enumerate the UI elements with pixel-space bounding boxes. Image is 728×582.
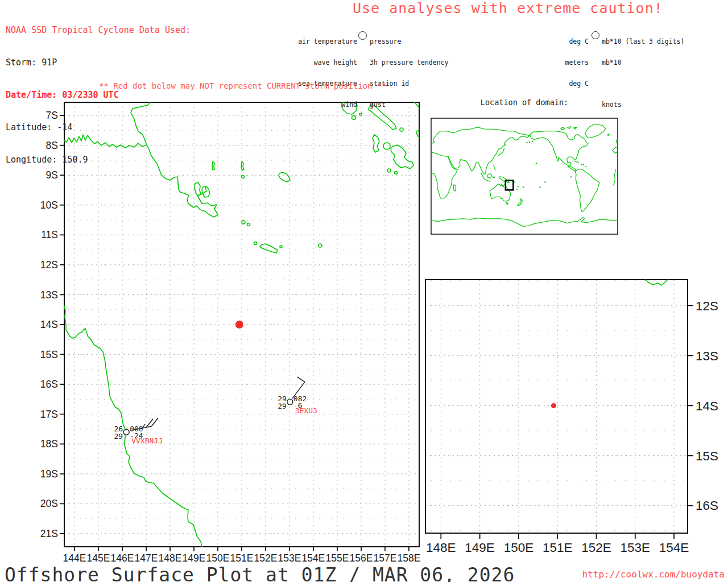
grid-dot (313, 518, 313, 519)
grid-dot (625, 530, 626, 531)
x-tick-label: 148E (426, 541, 456, 555)
grid-dot (110, 429, 110, 429)
grid-dot (349, 205, 349, 205)
grid-dot (104, 384, 105, 384)
grid-dot (355, 294, 355, 295)
grid-dot (277, 369, 278, 369)
grid-dot (146, 369, 146, 369)
grid-dot (391, 309, 391, 310)
grid-dot (384, 219, 385, 220)
grid-dot (470, 480, 470, 481)
grid-dot (152, 459, 152, 459)
grid-dot (176, 309, 176, 310)
grid-dot (606, 380, 606, 381)
storm-id-line: Storm: 91P (6, 57, 191, 68)
grid-dot (259, 190, 260, 190)
x-tick-label: 146E (111, 552, 134, 564)
grid-dot (104, 518, 105, 519)
grid-dot (508, 305, 509, 306)
grid-dot (684, 505, 684, 506)
grid-dot (181, 339, 182, 340)
grid-dot (325, 384, 325, 384)
grid-dot (450, 280, 451, 281)
units-wave: meters (532, 59, 589, 66)
grid-dot (200, 115, 200, 115)
grid-dot (295, 160, 296, 160)
grid-dot (567, 330, 568, 331)
grid-dot (391, 504, 391, 504)
grid-dot (229, 324, 230, 325)
grid-dot (259, 399, 260, 400)
grid-dot (283, 339, 284, 340)
x-tick-label: 147E (135, 552, 158, 564)
grid-dot (181, 219, 182, 220)
grid-dot (253, 324, 254, 325)
grid-dot (307, 309, 308, 310)
grid-dot (140, 219, 140, 220)
grid-dot (283, 369, 284, 369)
x-tick-label: 149E (465, 541, 495, 555)
grid-dot (253, 145, 254, 146)
grid-dot (259, 130, 260, 131)
grid-dot (205, 339, 206, 340)
grid-dot (247, 190, 248, 190)
islet (359, 113, 362, 115)
grid-dot (134, 354, 134, 355)
grid-dot (181, 369, 182, 369)
grid-dot (271, 384, 272, 384)
grid-dot (86, 264, 86, 265)
grid-dot (319, 339, 320, 340)
grid-dot (396, 219, 397, 220)
grid-dot (319, 280, 320, 280)
grid-dot (140, 414, 140, 414)
grid-dot (68, 399, 69, 400)
grid-dot (391, 533, 391, 534)
grid-dot (431, 480, 432, 481)
grid-dot (116, 219, 117, 220)
grid-dot (307, 444, 308, 444)
grid-dot (217, 309, 218, 310)
grid-dot (307, 459, 308, 459)
grid-dot (205, 488, 206, 489)
grid-dot (408, 309, 409, 310)
grid-dot (431, 430, 432, 431)
grid-dot (379, 130, 379, 131)
grid-dot (181, 205, 182, 205)
grid-dot (367, 459, 367, 459)
grid-dot (379, 309, 379, 310)
y-tick-label: 15S (40, 349, 58, 360)
grid-dot (134, 533, 134, 534)
grid-dot (547, 455, 548, 456)
grid-dot (403, 324, 403, 325)
grid-dot (122, 459, 122, 459)
grid-dot (265, 518, 266, 519)
grid-dot (235, 339, 236, 340)
grid-dot (152, 339, 152, 340)
grid-dot (128, 488, 129, 489)
grid-dot (212, 504, 212, 504)
grid-dot (200, 533, 200, 534)
grid-dot (361, 429, 361, 429)
grid-dot (128, 369, 129, 369)
grid-dot (508, 355, 509, 356)
grid-dot (403, 459, 403, 459)
grid-dot (164, 354, 164, 355)
grid-dot (158, 354, 158, 355)
grid-dot (664, 530, 664, 531)
grid-dot (247, 354, 248, 355)
grid-dot (92, 309, 93, 310)
grid-dot (331, 160, 332, 160)
grid-dot (331, 190, 332, 190)
grid-dot (331, 459, 332, 459)
grid-dot (146, 219, 146, 220)
buoydata-url-link[interactable]: http://coolwx.com/buoydata (582, 569, 725, 580)
grid-dot (164, 309, 164, 310)
grid-dot (396, 429, 397, 429)
grid-dot (295, 473, 296, 474)
grid-dot (92, 280, 93, 280)
grid-dot (295, 264, 296, 265)
grid-dot (349, 324, 349, 325)
grid-dot (158, 235, 158, 235)
tc-data-header: NOAA SSD Tropical Cyclone Data Used: Sto… (6, 3, 191, 187)
grid-dot (92, 488, 93, 489)
